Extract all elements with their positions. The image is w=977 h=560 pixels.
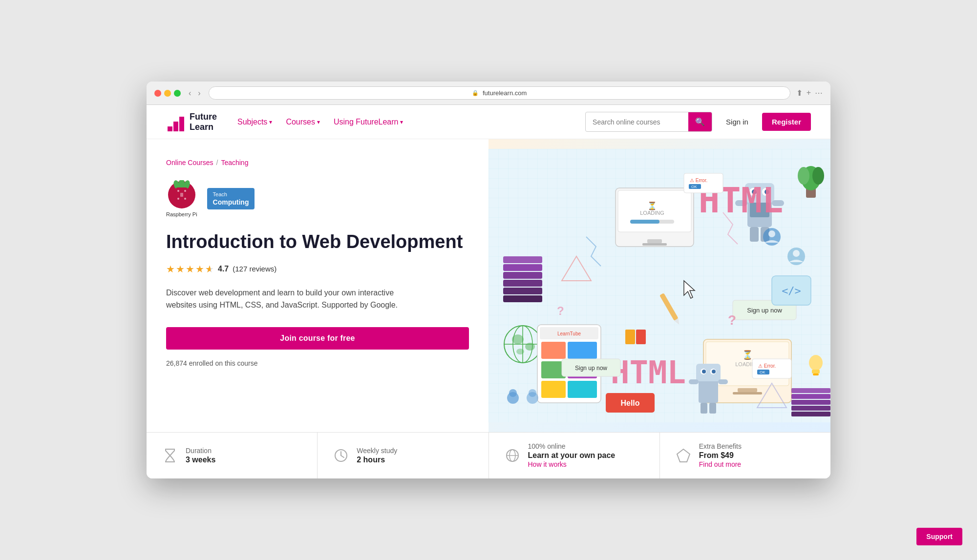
online-label: 100% online <box>528 442 616 450</box>
diamond-icon <box>675 448 692 463</box>
weekly-study-label: Weekly study <box>357 447 397 455</box>
svg-rect-40 <box>503 264 542 271</box>
svg-rect-58 <box>541 342 566 359</box>
svg-rect-114 <box>718 379 728 384</box>
maximize-button[interactable] <box>174 90 181 97</box>
browser-controls: ‹ › <box>187 88 203 99</box>
svg-text:⚠ Error.: ⚠ Error. <box>758 363 776 369</box>
detail-online: 100% online Learn at your own pace How i… <box>489 433 660 478</box>
svg-rect-24 <box>750 227 759 242</box>
course-title: Introduction to Web Development <box>166 231 469 253</box>
svg-text:</>: </> <box>782 285 801 297</box>
star-3: ★ <box>186 263 194 275</box>
svg-rect-44 <box>503 295 542 302</box>
computing-label: Computing <box>213 198 249 207</box>
close-button[interactable] <box>154 90 161 97</box>
svg-rect-2 <box>179 117 184 131</box>
svg-point-76 <box>768 230 775 237</box>
back-button[interactable]: ‹ <box>187 88 193 99</box>
join-course-button[interactable]: Join course for free <box>166 327 469 350</box>
find-out-more-link[interactable]: Find out more <box>699 460 741 468</box>
svg-point-98 <box>809 355 823 371</box>
svg-point-10 <box>177 198 179 200</box>
logo-text: Future Learn <box>190 112 217 132</box>
svg-rect-39 <box>503 256 542 263</box>
svg-rect-34 <box>642 243 667 246</box>
svg-line-123 <box>341 456 344 457</box>
nav-using-futurelearn[interactable]: Using FutureLearn ▾ <box>328 114 409 130</box>
svg-point-74 <box>529 389 536 397</box>
nav-subjects[interactable]: Subjects ▾ <box>232 114 278 130</box>
new-tab-icon[interactable]: + <box>807 88 811 98</box>
svg-point-51 <box>516 349 524 354</box>
svg-marker-127 <box>677 449 690 462</box>
svg-text:LearnTube: LearnTube <box>557 331 581 336</box>
minimize-button[interactable] <box>164 90 171 97</box>
svg-text:⏳: ⏳ <box>647 201 657 210</box>
star-half: ★ ★ <box>205 263 214 275</box>
svg-text:LOADING: LOADING <box>640 210 664 216</box>
svg-rect-62 <box>541 381 566 398</box>
svg-point-78 <box>793 250 800 257</box>
search-icon: 🔍 <box>695 117 705 126</box>
svg-rect-1 <box>173 122 178 131</box>
address-bar[interactable]: 🔒 futurelearn.com <box>209 86 790 100</box>
svg-rect-33 <box>647 239 662 243</box>
globe-icon <box>504 448 521 463</box>
raspberry-pi-icon <box>167 180 196 209</box>
breadcrumb: Online Courses / Teaching <box>166 159 469 166</box>
svg-point-84 <box>812 167 824 185</box>
url-text: futurelearn.com <box>483 89 527 97</box>
support-button[interactable]: Support <box>916 528 962 545</box>
raspberry-pi-label: Raspberry Pi <box>166 211 197 217</box>
teach-computing-badge[interactable]: Teach Computing <box>207 188 255 209</box>
svg-rect-42 <box>503 280 542 287</box>
chevron-down-icon: ▾ <box>317 119 320 125</box>
search-button[interactable]: 🔍 <box>688 112 712 131</box>
svg-rect-116 <box>709 403 716 414</box>
page: Future Learn Subjects ▾ Courses ▾ Using … <box>147 105 830 478</box>
share-icon[interactable]: ⬆ <box>796 88 803 98</box>
more-icon[interactable]: ⋯ <box>815 88 823 98</box>
logo[interactable]: Future Learn <box>166 111 217 133</box>
nav-courses[interactable]: Courses ▾ <box>280 114 326 130</box>
sign-in-button[interactable]: Sign in <box>720 114 754 130</box>
how-it-works-link[interactable]: How it works <box>528 460 567 468</box>
online-text: 100% online Learn at your own pace How i… <box>528 442 616 469</box>
search-bar[interactable]: 🔍 <box>585 112 712 132</box>
hero-image: HTML LOADING ⏳ <box>488 139 830 432</box>
svg-rect-101 <box>752 359 791 378</box>
svg-point-83 <box>798 167 809 185</box>
svg-rect-107 <box>699 378 718 403</box>
svg-rect-0 <box>168 126 172 131</box>
extra-benefits-label: Extra Benefits <box>699 442 742 450</box>
svg-rect-43 <box>503 288 542 294</box>
svg-rect-89 <box>791 388 830 393</box>
header-right: 🔍 Sign in Register <box>585 112 811 132</box>
browser-chrome: ‹ › 🔒 futurelearn.com ⬆ + ⋯ <box>147 82 830 105</box>
forward-button[interactable]: › <box>196 88 202 99</box>
register-button[interactable]: Register <box>762 113 811 131</box>
svg-rect-35 <box>684 173 723 193</box>
search-input[interactable] <box>586 113 688 131</box>
svg-rect-31 <box>630 220 659 224</box>
svg-rect-63 <box>568 381 597 398</box>
hero-illustration: HTML LOADING ⏳ <box>488 139 830 432</box>
hourglass-icon <box>161 448 179 463</box>
breadcrumb-home[interactable]: Online Courses <box>166 159 213 166</box>
star-2: ★ <box>176 263 185 275</box>
svg-text:HTML: HTML <box>611 354 686 391</box>
course-description: Discover web development and learn to bu… <box>166 287 420 311</box>
svg-text:?: ? <box>728 312 736 328</box>
raspberry-pi-logo[interactable]: Raspberry Pi <box>166 180 197 217</box>
chevron-down-icon: ▾ <box>269 119 272 125</box>
rating-value: 4.7 <box>218 265 229 273</box>
stars: ★ ★ ★ ★ ★ ★ <box>166 263 214 275</box>
left-panel: Online Courses / Teaching <box>147 139 488 432</box>
lock-icon: 🔒 <box>472 90 479 96</box>
svg-point-112 <box>712 370 716 373</box>
svg-point-8 <box>177 190 179 192</box>
partner-logos: Raspberry Pi Teach Computing <box>166 180 469 217</box>
main-nav: Subjects ▾ Courses ▾ Using FutureLearn ▾ <box>232 114 409 130</box>
hero-panel: HTML LOADING ⏳ <box>488 139 830 432</box>
